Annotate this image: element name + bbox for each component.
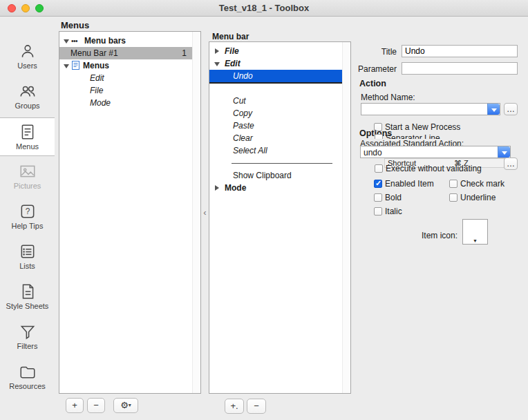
sidebar-item-users[interactable]: Users (0, 37, 55, 76)
titlebar[interactable]: Test_v18_1 - Toolbox (0, 0, 528, 17)
enabled-item-checkbox[interactable] (374, 180, 382, 188)
filters-icon (19, 323, 37, 341)
sidebar-item-resources[interactable]: Resources (0, 358, 55, 397)
stylesheets-icon (19, 283, 37, 300)
add-menu-button[interactable]: + (66, 398, 84, 413)
sidebar: Users Groups Menus Pictures ? Help Tips (0, 17, 55, 420)
combo-dropdown-icon[interactable] (498, 146, 510, 158)
sidebar-item-label: Lists (0, 262, 55, 270)
menus-list-scrollbar[interactable] (192, 32, 200, 393)
tree-row-label: Edit (90, 72, 104, 84)
disclosure-down-icon[interactable] (64, 64, 69, 68)
sidebar-item-label: Users (0, 61, 55, 70)
menu-item-label: Select All (233, 144, 267, 157)
menu-item-label: Show Clipboard (233, 169, 292, 182)
method-more-button[interactable]: … (504, 103, 518, 115)
add-menu-item-button[interactable]: +. (225, 399, 244, 414)
sidebar-item-pictures[interactable]: Pictures (0, 158, 55, 196)
menu-document-icon (72, 61, 79, 70)
check-mark-label: Check mark (460, 179, 505, 189)
underline-checkbox[interactable] (449, 193, 458, 202)
sidebar-item-label: Style Sheets (0, 302, 55, 310)
tree-row-edit[interactable]: Edit (59, 72, 192, 84)
title-field-label: Title (357, 47, 397, 57)
tree-row-mode[interactable]: Mode (59, 97, 192, 109)
disclosure-right-icon[interactable] (215, 185, 219, 191)
chevron-down-icon: ▾ (129, 402, 131, 408)
panel-collapse-handle[interactable]: ‹ (201, 207, 209, 218)
start-new-process-label: Start a New Process (385, 122, 460, 132)
action-section-header: Action (359, 79, 386, 88)
bold-checkbox[interactable] (374, 193, 382, 202)
tree-row-label: Mode (90, 97, 111, 109)
menu-item-edit[interactable]: Edit (209, 57, 342, 70)
sidebar-item-label: Resources (0, 382, 55, 390)
window-title: Test_v18_1 - Toolbox (0, 3, 528, 13)
associated-action-value: undo (364, 148, 382, 158)
menu-item-label: File (225, 45, 239, 57)
parameter-field-label: Parameter (350, 64, 397, 74)
enabled-item-label: Enabled Item (385, 179, 434, 189)
tree-row-label: Menus (83, 59, 109, 72)
menu-item-label: Cut (233, 95, 246, 107)
separator-line (232, 163, 332, 164)
toolbox-window: Test_v18_1 - Toolbox Users Groups Menus (0, 0, 528, 420)
tree-row-file[interactable]: File (59, 84, 192, 97)
associated-action-combo[interactable]: undo (360, 146, 511, 158)
menu-item-label: Copy (233, 107, 252, 120)
combo-dropdown-icon[interactable] (487, 104, 500, 115)
disclosure-down-icon[interactable] (64, 39, 69, 44)
bold-label: Bold (385, 193, 402, 202)
menu-item-label: Paste (233, 120, 254, 132)
tree-row-menu-bars[interactable]: Menu bars (59, 35, 192, 47)
menu-item-select-all[interactable]: Select All (209, 144, 342, 157)
italic-checkbox[interactable] (374, 207, 382, 216)
menu-item-label: Undo (233, 70, 253, 83)
menu-item-cut[interactable]: Cut (209, 95, 342, 107)
groups-icon (19, 82, 37, 100)
sidebar-item-style-sheets[interactable]: Style Sheets (0, 278, 55, 316)
method-name-label: Method Name: (361, 93, 415, 102)
shortcut-more-button[interactable]: … (504, 158, 518, 170)
menu-item-file[interactable]: File (209, 45, 342, 57)
underline-label: Underline (460, 193, 496, 202)
remove-menu-button[interactable]: − (87, 398, 105, 413)
menu-bars-icon (71, 35, 77, 48)
menu-item-label: Edit (225, 57, 241, 70)
menu-item-copy[interactable]: Copy (209, 107, 342, 120)
menubar-panel-header: Menu bar (212, 32, 249, 41)
tree-row-label: Menu Bar #1 (70, 47, 118, 59)
svg-text:?: ? (25, 207, 30, 216)
menu-item-clear[interactable]: Clear (209, 132, 342, 144)
disclosure-right-icon[interactable] (215, 48, 219, 54)
sidebar-item-help-tips[interactable]: ? Help Tips (0, 198, 55, 236)
title-input[interactable] (402, 45, 518, 57)
item-icon-well[interactable]: ▼ (462, 219, 488, 245)
sidebar-item-label: Menus (0, 142, 55, 151)
menu-item-mode[interactable]: Mode (209, 182, 342, 194)
menus-icon (19, 123, 37, 141)
disclosure-down-icon[interactable] (214, 62, 220, 66)
sidebar-item-groups[interactable]: Groups (0, 77, 55, 116)
users-icon (19, 42, 37, 60)
sidebar-item-filters[interactable]: Filters (0, 318, 55, 356)
check-mark-checkbox[interactable] (449, 180, 458, 188)
parameter-input[interactable] (402, 62, 518, 75)
menu-item-undo[interactable]: Undo (209, 70, 342, 84)
execute-without-validating-checkbox[interactable] (375, 164, 383, 173)
menu-separator[interactable] (209, 157, 342, 169)
menu-item-show-clipboard[interactable]: Show Clipboard (209, 169, 342, 182)
method-name-combo[interactable] (361, 103, 500, 115)
tree-row-label: File (90, 84, 103, 97)
menu-item-paste[interactable]: Paste (209, 120, 342, 132)
remove-menu-item-button[interactable]: − (247, 399, 266, 414)
sidebar-item-label: Groups (0, 102, 55, 110)
sidebar-item-lists[interactable]: Lists (0, 238, 55, 276)
sidebar-item-menus[interactable]: Menus (0, 117, 55, 156)
menubar-list-scrollbar[interactable] (342, 42, 350, 393)
gear-menu-button[interactable]: ⚙▾ (113, 398, 138, 413)
italic-label: Italic (385, 207, 402, 216)
lists-icon (19, 242, 37, 260)
tree-row-menu-bar-1[interactable]: Menu Bar #1 1 (59, 47, 192, 59)
tree-row-menus-group[interactable]: Menus (59, 59, 192, 72)
